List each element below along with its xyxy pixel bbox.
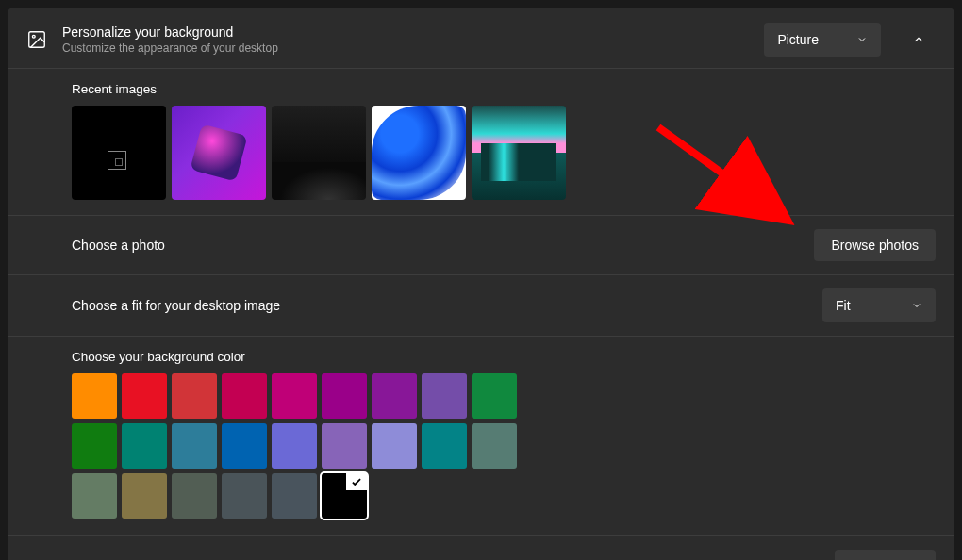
color-swatch[interactable]: [72, 373, 117, 419]
chevron-down-icon: [856, 34, 868, 45]
chevron-down-icon: [911, 300, 922, 311]
check-icon: [346, 473, 367, 490]
collapse-button[interactable]: [902, 23, 936, 57]
color-swatch[interactable]: [272, 473, 317, 519]
color-swatch[interactable]: [122, 473, 167, 519]
recent-images-label: Recent images: [72, 82, 936, 96]
dropdown-value: Fit: [836, 298, 851, 313]
color-swatch[interactable]: [222, 373, 267, 419]
svg-point-1: [32, 35, 35, 38]
color-swatch[interactable]: [272, 373, 317, 419]
dropdown-value: Picture: [777, 32, 819, 47]
color-swatch[interactable]: [72, 473, 117, 519]
color-swatch[interactable]: [222, 423, 267, 469]
color-swatch[interactable]: [472, 423, 517, 469]
chevron-up-icon: [912, 33, 925, 46]
choose-photo-label: Choose a photo: [72, 238, 814, 253]
header-title: Personalize your background: [62, 25, 749, 40]
picture-icon: [26, 29, 47, 50]
color-swatch[interactable]: [172, 473, 217, 519]
color-swatch[interactable]: [422, 423, 467, 469]
recent-images-list: [72, 106, 936, 200]
color-swatch[interactable]: [422, 373, 467, 419]
recent-image-thumb[interactable]: [72, 106, 166, 200]
recent-image-thumb[interactable]: [172, 106, 266, 200]
color-swatch[interactable]: [322, 373, 367, 419]
color-swatch[interactable]: [322, 423, 367, 469]
color-swatch[interactable]: [272, 423, 317, 469]
bg-color-label: Choose your background color: [72, 350, 936, 364]
color-swatch[interactable]: [172, 423, 217, 469]
color-swatch[interactable]: [472, 373, 517, 419]
recent-image-thumb[interactable]: [272, 106, 366, 200]
background-type-dropdown[interactable]: Picture: [764, 23, 881, 57]
color-swatch-grid: [72, 373, 543, 519]
color-swatch[interactable]: [222, 473, 267, 519]
color-swatch[interactable]: [122, 373, 167, 419]
fit-dropdown[interactable]: Fit: [822, 288, 936, 322]
color-swatch[interactable]: [372, 373, 417, 419]
choose-fit-label: Choose a fit for your desktop image: [72, 298, 822, 313]
recent-image-thumb[interactable]: [472, 106, 566, 200]
browse-photos-button[interactable]: Browse photos: [814, 229, 936, 261]
recent-image-thumb[interactable]: [372, 106, 466, 200]
color-swatch[interactable]: [172, 373, 217, 419]
color-swatch[interactable]: [122, 423, 167, 469]
color-swatch[interactable]: [372, 423, 417, 469]
view-colors-button[interactable]: View colors: [835, 550, 936, 560]
color-swatch[interactable]: [322, 473, 367, 519]
color-swatch[interactable]: [72, 423, 117, 469]
header-subtitle: Customize the appearance of your desktop: [62, 41, 749, 55]
